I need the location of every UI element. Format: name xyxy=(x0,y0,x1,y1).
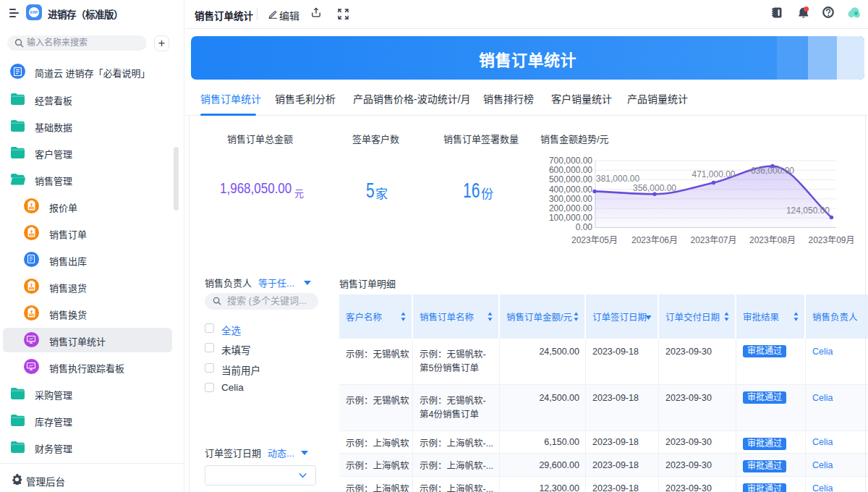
svg-text:300,000.00: 300,000.00 xyxy=(549,194,592,204)
svg-text:124,050.00: 124,050.00 xyxy=(786,205,830,216)
svg-text:100,000.00: 100,000.00 xyxy=(549,213,592,223)
svg-text:500,000.00: 500,000.00 xyxy=(549,174,592,184)
svg-text:636,000.00: 636,000.00 xyxy=(751,166,794,176)
svg-text:0.00: 0.00 xyxy=(576,222,593,232)
svg-text:700,000.00: 700,000.00 xyxy=(549,156,592,166)
svg-text:2023年05月: 2023年05月 xyxy=(571,235,618,245)
svg-text:2023年06月: 2023年06月 xyxy=(631,235,678,245)
svg-text:2023年09月: 2023年09月 xyxy=(808,235,854,245)
svg-text:356,000.00: 356,000.00 xyxy=(633,183,676,193)
svg-text:200,000.00: 200,000.00 xyxy=(549,203,592,213)
svg-text:2023年08月: 2023年08月 xyxy=(749,235,796,245)
svg-text:600,000.00: 600,000.00 xyxy=(549,165,592,175)
svg-text:400,000.00: 400,000.00 xyxy=(549,184,592,195)
svg-text:471,000.00: 471,000.00 xyxy=(692,169,735,179)
svg-text:2023年07月: 2023年07月 xyxy=(690,235,736,245)
